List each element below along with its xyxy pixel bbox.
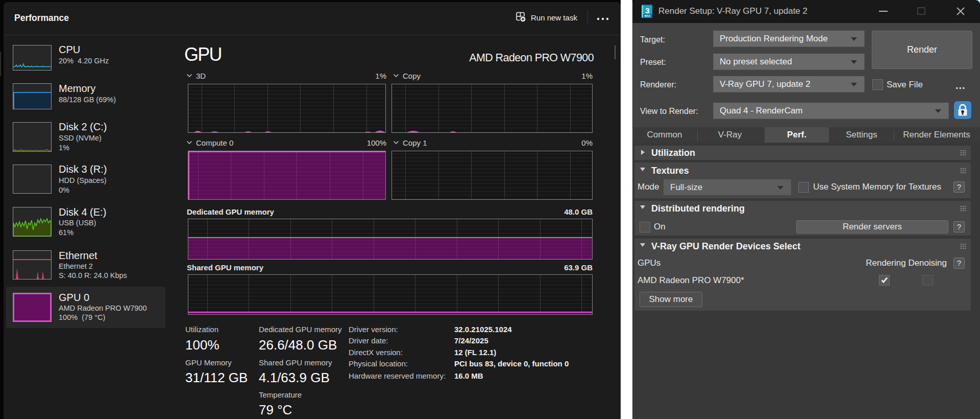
svg-text:3: 3: [645, 6, 649, 15]
svg-text:MAX: MAX: [645, 14, 651, 17]
